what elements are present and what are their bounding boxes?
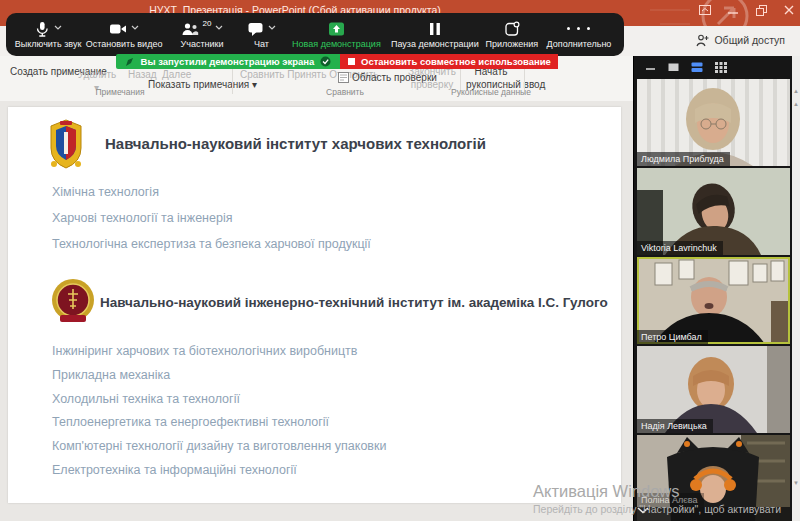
pause-icon: [429, 21, 441, 37]
video-tile[interactable]: Людмила Приблуда: [637, 79, 790, 166]
participants-count-badge: 20: [203, 19, 212, 28]
close-window-icon[interactable]: [782, 4, 796, 16]
program-item: Прикладна механіка: [52, 368, 170, 382]
program-item: Харчові технології та інженерія: [52, 211, 232, 225]
minimize-panel-icon[interactable]: [646, 62, 656, 72]
engineering-institute-emblem: [50, 277, 96, 327]
video-tile-active-speaker[interactable]: Петро Цимбал: [637, 257, 790, 344]
chat-icon: [247, 21, 264, 37]
annotate-icon: [125, 57, 135, 67]
strip-view-icon[interactable]: [691, 62, 703, 73]
chevron-down-icon[interactable]: [131, 25, 139, 30]
program-item: Технологічна експертиза та безпека харчо…: [52, 237, 371, 251]
program-item: Інжиніринг харчових та біотехнологічних …: [52, 344, 357, 358]
food-institute-emblem: [45, 118, 87, 170]
program-item: Хімічна технологія: [52, 185, 159, 199]
restore-window-icon[interactable]: [754, 4, 768, 16]
presentation-slide: Навчально-науковий інститут харчових тех…: [8, 107, 621, 503]
stop-sharing-button[interactable]: Остановить совместное использование: [340, 54, 558, 69]
review-pane-icon: [338, 72, 349, 83]
person-share-icon: [696, 34, 709, 47]
section-heading: Навчально-науковий інститут харчових тех…: [105, 135, 486, 152]
scroll-down-icon[interactable]: ▼: [793, 480, 799, 486]
camera-icon: [109, 21, 127, 37]
sharing-active-banner[interactable]: Вы запустили демонстрацию экрана: [116, 54, 340, 69]
chevron-down-icon[interactable]: [54, 25, 62, 30]
compare-group-label: Сравнить: [300, 87, 390, 97]
section-heading: Навчально-науковий інженерно-технічний і…: [100, 295, 608, 310]
program-item: Електротехніка та інформаційні технологі…: [52, 463, 297, 477]
create-comment-button[interactable]: Создать примечание: [10, 65, 74, 78]
pause-share-button[interactable]: Пауза демонстрации: [388, 21, 482, 49]
stop-video-button[interactable]: Остановить видео: [82, 21, 166, 49]
program-item: Холодильні техніка та технології: [52, 392, 240, 406]
video-tile[interactable]: Надія Левицька: [637, 346, 790, 433]
comments-group-label: Примечания: [70, 87, 170, 97]
more-button[interactable]: Дополнительно: [542, 21, 616, 49]
more-dots-icon: [566, 21, 592, 37]
chat-button[interactable]: Чат: [238, 21, 285, 49]
ink-group-label: Рукописные данные: [445, 87, 537, 97]
program-item: Теплоенергетика та енергоефективні техно…: [52, 415, 329, 429]
check-circle-icon[interactable]: [320, 56, 331, 67]
window-view-icon[interactable]: [668, 62, 679, 72]
ribbon-display-options-icon[interactable]: [698, 4, 712, 16]
participants-button[interactable]: 20 Участники: [166, 21, 238, 49]
scroll-up-icon[interactable]: ▲: [793, 101, 799, 107]
delete-comment-button: Удалить: [78, 68, 116, 81]
grid-view-icon[interactable]: [715, 62, 727, 73]
slide-area: Навчально-науковий інститут харчових тех…: [0, 101, 633, 521]
share-document-label: Общий доступ: [714, 34, 785, 46]
scrollbar[interactable]: ▲ ▲ ▼: [792, 56, 800, 521]
program-item: Комп'ютерні технології дизайну та вигото…: [52, 439, 386, 453]
participant-name: Людмила Приблуда: [637, 152, 730, 166]
new-share-button[interactable]: Новая демонстрация: [285, 21, 388, 49]
video-panel-header: [634, 56, 793, 78]
share-document-button[interactable]: Общий доступ: [687, 29, 794, 51]
minimize-window-icon[interactable]: [726, 4, 740, 16]
apps-icon: [504, 21, 520, 37]
chevron-down-icon[interactable]: [268, 25, 276, 30]
microphone-icon: [34, 21, 50, 37]
apps-button[interactable]: Приложения: [482, 21, 542, 49]
windows-activation-watermark: Активація Windows: [533, 482, 680, 501]
share-screen-icon: [328, 21, 345, 37]
windows-activation-hint: Перейдіть до розділу "Настройки", щоб ак…: [533, 503, 781, 515]
video-tile[interactable]: Viktoria Lavrinchuk: [637, 168, 790, 255]
zoom-meeting-toolbar: Выключить звук Остановить видео 20: [6, 13, 624, 56]
stop-icon: [348, 58, 355, 65]
participant-name: Надія Левицька: [637, 419, 713, 433]
participants-icon: [181, 21, 199, 37]
participant-name: Петро Цимбал: [637, 330, 708, 344]
zoom-video-panel: Людмила Приблуда Viktoria Lavrinchuk: [633, 56, 793, 521]
participant-name: Viktoria Lavrinchuk: [637, 241, 723, 255]
scroll-up-icon[interactable]: ▲: [793, 88, 799, 94]
chevron-down-icon[interactable]: [215, 25, 223, 30]
screen: НУХТ_Презентація - PowerPoint (Сбой акти…: [0, 0, 800, 521]
mute-button[interactable]: Выключить звук: [14, 21, 82, 49]
